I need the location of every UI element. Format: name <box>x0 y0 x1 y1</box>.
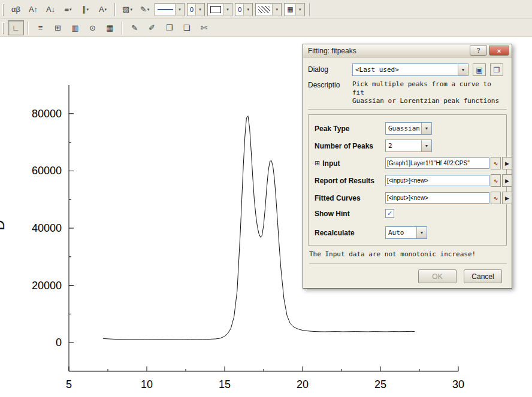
fitted-curves-field[interactable] <box>385 192 489 204</box>
superscript-button[interactable]: A↑ <box>25 2 41 17</box>
dialog-theme-label: Dialog <box>308 63 352 74</box>
grid-view-button[interactable]: ▦ <box>102 20 118 35</box>
line-width-combo[interactable]: 0▾ <box>187 3 205 16</box>
copy-settings-button[interactable]: ❐ <box>490 63 503 76</box>
dialog-theme-combo[interactable]: <Last used> ▼ <box>352 63 468 76</box>
chevron-down-icon[interactable]: ▼ <box>416 227 427 238</box>
border-width-combo[interactable]: 0▾ <box>235 3 253 16</box>
y-tick-label: 60000 <box>32 165 62 177</box>
peak-type-combo[interactable]: Guassian ▼ <box>385 122 432 135</box>
dialog-buttons: OK Cancel <box>308 269 507 283</box>
x-tick-label: 30 <box>452 378 464 390</box>
number-of-peaks-combo[interactable]: 2 ▼ <box>385 140 432 152</box>
column-view-button[interactable]: ▥ <box>67 20 83 35</box>
chevron-down-icon: ▾ <box>247 7 249 12</box>
graph-select-button[interactable]: ∿ <box>491 192 501 204</box>
chevron-down-icon: ▾ <box>276 7 278 12</box>
dialog-theme-row: Dialog <Last used> ▼ ▣ ❐ <box>308 63 507 76</box>
toolbar-grip[interactable] <box>2 4 4 16</box>
list-view-button[interactable]: ≡ <box>32 20 49 35</box>
chevron-down-button[interactable]: ▾ <box>243 4 252 15</box>
font-color-button[interactable]: A▾ <box>95 2 111 17</box>
subscript-button[interactable]: A↓ <box>43 2 59 17</box>
duplicate-button[interactable]: ❐ <box>161 20 177 35</box>
fill-color-button[interactable]: ▨▾ <box>119 2 135 17</box>
report-flyout-button[interactable]: ▶ <box>502 174 512 187</box>
cut-button[interactable]: ✄ <box>196 20 212 35</box>
graph-axes-button[interactable]: ∟ <box>8 20 24 35</box>
recalculate-combo[interactable]: Auto ▼ <box>385 226 427 239</box>
chevron-down-button[interactable]: ▾ <box>295 4 304 15</box>
chevron-down-button[interactable]: ▾ <box>272 4 281 15</box>
fitted-curves-label: Fitted Curves <box>315 194 385 202</box>
duplicate-button-glyph: ❐ <box>166 23 173 32</box>
toolbar-grip[interactable] <box>2 22 4 34</box>
input-label: ⊞ Input <box>315 159 385 168</box>
toolbar-row-2: ∟≡⊞▥⊙▦✎✐❐❏✄ <box>0 19 532 37</box>
recent-items-button[interactable]: ⊙ <box>84 20 101 35</box>
border-width-combo-glyph: 0 <box>238 6 241 13</box>
page-button[interactable]: ❏ <box>179 20 195 35</box>
text-align-button[interactable]: ≡▾ <box>60 2 76 17</box>
expand-icon[interactable]: ⊞ <box>315 159 320 167</box>
check-icon: ✓ <box>387 210 392 217</box>
cancel-button[interactable]: Cancel <box>464 269 502 283</box>
dialog-title: Fitting: fitpeaks <box>308 47 468 55</box>
peak-type-row: Peak Type Guassian ▼ <box>315 122 503 135</box>
line-color-button-glyph: ✎ <box>140 5 147 14</box>
description-text: Pick multiple peaks from a curve to fit … <box>352 79 507 105</box>
dialog-body: Dialog <Last used> ▼ ▣ ❐ Descriptio Pick… <box>303 57 512 288</box>
grid-view-button-glyph: ▦ <box>106 23 113 32</box>
draw-pencil-button[interactable]: ✎ <box>126 20 143 35</box>
chevron-down-button[interactable]: ▾ <box>223 4 232 15</box>
grid-style-combo[interactable]: ▦▾ <box>284 3 304 16</box>
graph-select-button[interactable]: ∿ <box>491 174 501 187</box>
subscript-button-glyph: A↓ <box>46 5 55 14</box>
input-row: ⊞ Input ∿ ▶ <box>315 157 503 169</box>
chevron-down-icon[interactable]: ▼ <box>421 140 431 151</box>
line-style-combo[interactable]: ▾ <box>155 3 185 16</box>
fill-pattern-combo[interactable]: ▾ <box>255 3 282 16</box>
warning-text: The Input data are not monotonic increas… <box>309 250 507 264</box>
report-of-results-field[interactable] <box>385 175 489 186</box>
recent-items-button-glyph: ⊙ <box>89 23 96 32</box>
y-axis-title-fragment: D <box>0 220 8 230</box>
settings-group: Peak Type Guassian ▼ Number of Peaks 2 ▼… <box>308 114 507 246</box>
show-hint-checkbox[interactable]: ✓ <box>385 209 394 218</box>
fitted-curves-row: Fitted Curves ∿ ▶ <box>315 192 503 204</box>
input-label-text: Input <box>322 159 340 168</box>
column-format-button-glyph: ∥ <box>82 5 86 14</box>
chevron-down-button[interactable]: ▾ <box>195 4 204 15</box>
chevron-down-icon[interactable]: ▼ <box>421 123 431 134</box>
chevron-down-icon[interactable]: ▼ <box>458 64 468 75</box>
cut-button-glyph: ✄ <box>201 23 207 32</box>
worksheet-button[interactable]: ⊞ <box>50 20 66 35</box>
chevron-down-icon: ▾ <box>86 7 89 12</box>
x-tick-label: 5 <box>66 378 72 390</box>
fitted-flyout-button[interactable]: ▶ <box>502 192 512 204</box>
list-view-button-glyph: ≡ <box>38 23 43 32</box>
fitting-dialog: Fitting: fitpeaks ? × Dialog <Last used>… <box>303 44 512 289</box>
dialog-titlebar[interactable]: Fitting: fitpeaks ? × <box>303 44 512 57</box>
column-format-button[interactable]: ∥▾ <box>77 2 93 17</box>
greek-text-button[interactable]: αβ <box>8 2 24 17</box>
chevron-down-icon: ▾ <box>199 7 201 12</box>
input-field[interactable] <box>385 157 489 169</box>
chevron-down-button[interactable]: ▾ <box>175 4 184 15</box>
border-style-combo[interactable]: ▾ <box>207 3 232 16</box>
report-of-results-row: Report of Results ∿ ▶ <box>315 174 503 187</box>
save-theme-button[interactable]: ▣ <box>473 63 486 76</box>
y-tick-label: 40000 <box>32 222 62 234</box>
peak-type-label: Peak Type <box>315 125 385 133</box>
graph-select-button[interactable]: ∿ <box>491 157 501 169</box>
line-color-button[interactable]: ✎▾ <box>137 2 153 17</box>
close-button[interactable]: × <box>489 46 509 56</box>
show-hint-label: Show Hint <box>315 210 385 218</box>
toolbar-separator <box>309 3 310 16</box>
draw-pen-button[interactable]: ✐ <box>144 20 160 35</box>
text-align-button-glyph: ≡ <box>64 5 69 14</box>
input-flyout-button[interactable]: ▶ <box>502 157 512 169</box>
help-button[interactable]: ? <box>470 46 487 56</box>
superscript-button-glyph: A↑ <box>29 5 38 14</box>
ok-button[interactable]: OK <box>418 269 457 283</box>
